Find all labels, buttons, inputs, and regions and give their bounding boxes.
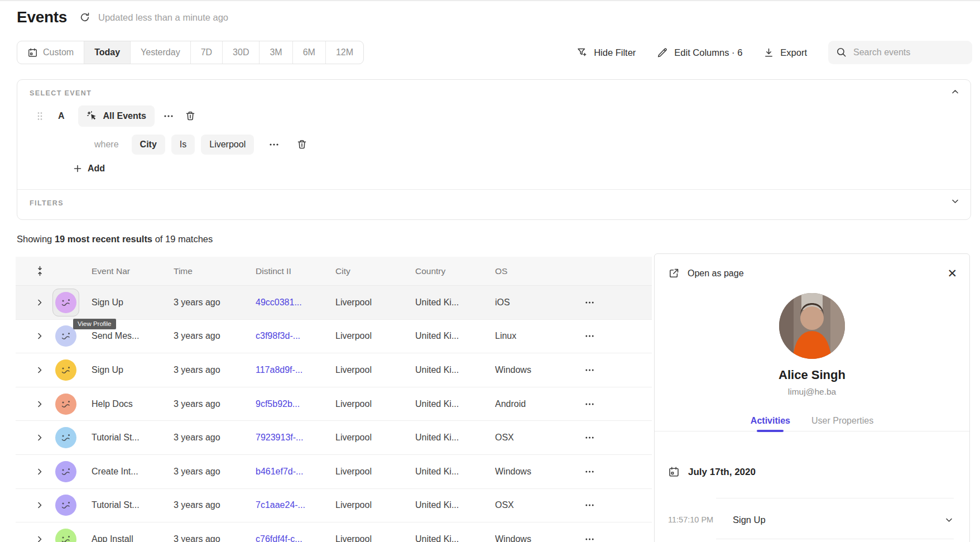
operator-chip[interactable]: Is	[171, 135, 195, 155]
os-cell: Linux	[495, 331, 576, 341]
all-events-icon	[87, 111, 98, 122]
table-row[interactable]: Sign Up 3 years ago 117a8d9f-... Liverpo…	[16, 353, 652, 387]
value-chip[interactable]: Liverpool	[201, 135, 254, 155]
row-more-icon[interactable]	[576, 538, 594, 541]
date-range-option[interactable]: Today	[84, 41, 131, 64]
search-input[interactable]	[853, 47, 964, 57]
date-range-group: Custom Today Yesterday 7D 30D 3M 6M 12M	[17, 41, 364, 64]
column-header[interactable]: OS	[495, 266, 576, 276]
table-row[interactable]: Tutorial St... 3 years ago 7923913f-... …	[16, 421, 652, 455]
event-trash-icon[interactable]	[182, 111, 198, 122]
distinct-id-link[interactable]: c76fdf4f-c...	[256, 534, 335, 542]
row-more-icon[interactable]	[576, 402, 594, 406]
close-icon[interactable]: ✕	[947, 267, 957, 279]
expand-row-icon[interactable]	[32, 298, 47, 307]
column-header[interactable]: Event Nar	[92, 266, 174, 276]
user-avatar[interactable]	[55, 461, 76, 482]
column-header[interactable]: City	[335, 266, 415, 276]
date-range-option[interactable]: 12M	[326, 41, 363, 64]
filter-more-icon[interactable]	[260, 143, 288, 146]
collapse-rows-icon[interactable]	[32, 266, 47, 276]
chevron-down-icon[interactable]	[950, 196, 960, 207]
chevron-down-icon[interactable]	[944, 515, 954, 525]
date-range-option[interactable]: Yesterday	[131, 41, 191, 64]
expand-row-icon[interactable]	[32, 366, 47, 375]
refresh-icon[interactable]	[79, 12, 90, 23]
expand-row-icon[interactable]	[32, 501, 47, 510]
distinct-id-link[interactable]: 49cc0381...	[256, 298, 335, 308]
distinct-id-link[interactable]: 9cf5b92b...	[256, 399, 335, 409]
drag-handle-icon[interactable]	[37, 112, 42, 121]
os-cell: Windows	[495, 534, 576, 542]
table-row[interactable]: Create Int... 3 years ago b461ef7d-... L…	[16, 455, 652, 489]
date-range-option[interactable]: Custom	[17, 41, 84, 64]
edit-columns-button[interactable]: Edit Columns · 6	[657, 47, 742, 58]
row-more-icon[interactable]	[576, 301, 594, 304]
date-range-option[interactable]: 6M	[293, 41, 326, 64]
hide-filter-button[interactable]: Hide Filter	[577, 47, 636, 58]
user-avatar[interactable]	[55, 359, 76, 381]
activity-event-row[interactable]: 11:57:10 PM Sign Up	[668, 505, 954, 534]
user-avatar[interactable]	[55, 529, 76, 542]
chevron-up-icon[interactable]	[950, 87, 960, 97]
event-name-cell: Sign Up	[92, 298, 174, 308]
add-label: Add	[88, 164, 105, 174]
operator-label: Is	[180, 140, 186, 150]
city-cell: Liverpool	[335, 331, 415, 341]
row-more-icon[interactable]	[576, 436, 594, 439]
all-events-chip[interactable]: All Events	[78, 105, 155, 127]
filters-label: FILTERS	[30, 199, 64, 207]
user-avatar[interactable]	[55, 292, 76, 313]
table-row[interactable]: Tutorial St... 3 years ago 7c1aae24-... …	[16, 489, 652, 523]
results-summary: Showing 19 most recent results of 19 mat…	[17, 234, 213, 244]
row-more-icon[interactable]	[576, 334, 594, 338]
city-cell: Liverpool	[335, 467, 415, 477]
profile-panel: Open as page ✕ Alice Singh limuj@he.ba A…	[654, 253, 970, 542]
expand-row-icon[interactable]	[32, 332, 47, 340]
distinct-id-link[interactable]: b461ef7d-...	[256, 467, 335, 477]
expand-row-icon[interactable]	[32, 467, 47, 476]
search-box[interactable]	[828, 41, 972, 64]
event-more-icon[interactable]	[155, 114, 182, 118]
property-chip[interactable]: City	[132, 135, 165, 155]
event-name-cell: App Install	[92, 534, 174, 542]
user-avatar[interactable]	[55, 427, 76, 448]
panel-tab[interactable]: Activities	[751, 416, 790, 431]
filter-trash-icon[interactable]	[294, 139, 310, 150]
table-row[interactable]: App Install 3 years ago c76fdf4f-c... Li…	[16, 522, 652, 542]
user-avatar[interactable]	[55, 495, 76, 516]
open-as-page-label: Open as page	[688, 268, 744, 279]
date-range-option[interactable]: 3M	[260, 41, 292, 64]
events-page: Events Updated less than a minute ago Cu…	[0, 0, 980, 542]
expand-row-icon[interactable]	[32, 400, 47, 409]
profile-name: Alice Singh	[655, 368, 969, 382]
profile-photo	[779, 293, 845, 359]
row-more-icon[interactable]	[576, 503, 594, 507]
column-header[interactable]: Country	[415, 266, 495, 276]
distinct-id-link[interactable]: 117a8d9f-...	[256, 365, 335, 375]
expand-row-icon[interactable]	[32, 535, 47, 542]
panel-tab[interactable]: User Properties	[811, 416, 873, 431]
distinct-id-link[interactable]: c3f98f3d-...	[256, 331, 335, 341]
plus-icon	[73, 164, 82, 173]
open-as-page-button[interactable]: Open as page	[668, 267, 744, 279]
table-row[interactable]: Sign Up 3 years ago 49cc0381... Liverpoo…	[16, 286, 652, 320]
add-button[interactable]: Add	[73, 164, 105, 174]
column-header[interactable]: Time	[174, 266, 256, 276]
row-more-icon[interactable]	[576, 470, 594, 473]
event-name-cell: Create Int...	[92, 467, 174, 477]
column-header[interactable]: Distinct II	[256, 266, 335, 276]
row-more-icon[interactable]	[576, 368, 594, 372]
table-row[interactable]: Help Docs 3 years ago 9cf5b92b... Liverp…	[16, 387, 652, 421]
user-avatar[interactable]	[55, 394, 76, 415]
date-range-option[interactable]: 7D	[191, 41, 223, 64]
distinct-id-link[interactable]: 7923913f-...	[256, 433, 335, 443]
time-cell: 3 years ago	[174, 331, 256, 341]
country-cell: United Ki...	[415, 365, 495, 375]
distinct-id-link[interactable]: 7c1aae24-...	[256, 500, 335, 510]
country-cell: United Ki...	[415, 298, 495, 308]
where-label: where	[94, 140, 119, 150]
expand-row-icon[interactable]	[32, 433, 47, 442]
date-range-option[interactable]: 30D	[223, 41, 260, 64]
export-button[interactable]: Export	[763, 47, 807, 58]
